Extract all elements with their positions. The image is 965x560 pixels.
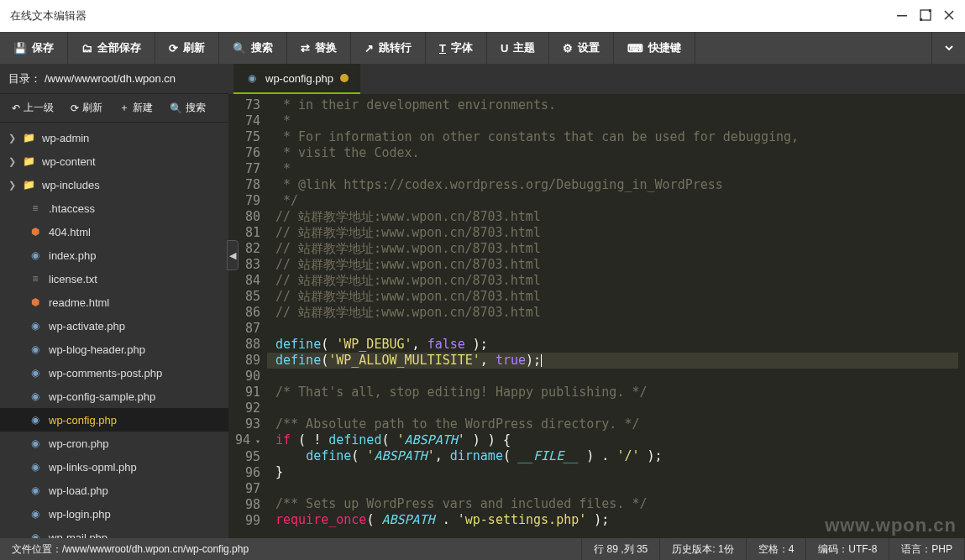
- file-item-wp-links-opml-php[interactable]: ◉wp-links-opml.php: [0, 455, 228, 479]
- goto-icon: ↗: [364, 42, 374, 55]
- chevron-right-icon: ❯: [8, 133, 15, 144]
- chevron-right-icon: ❯: [8, 180, 15, 191]
- search-icon: 🔍: [233, 42, 246, 55]
- file-item-readme-html[interactable]: ⬢readme.html: [0, 290, 228, 314]
- svg-rect-0: [897, 15, 907, 17]
- file-item--htaccess[interactable]: ≡.htaccess: [0, 196, 228, 220]
- refresh-icon: ⟳: [169, 42, 178, 55]
- tree-item-label: wp-links-opml.php: [49, 461, 137, 474]
- status-filepath: 文件位置： /www/wwwroot/dh.wpon.cn/wp-config.…: [0, 538, 582, 560]
- maximize-icon[interactable]: [920, 9, 931, 24]
- tab-filename: wp-config.php: [265, 72, 333, 85]
- keyboard-icon: ⌨: [627, 42, 643, 55]
- replace-button[interactable]: ⇄替换: [287, 32, 351, 64]
- tree-item-label: license.txt: [49, 273, 97, 285]
- status-bar: 文件位置： /www/wwwroot/dh.wpon.cn/wp-config.…: [0, 538, 965, 560]
- folder-item-wp-admin[interactable]: ❯📁wp-admin: [0, 126, 228, 149]
- file-item-wp-load-php[interactable]: ◉wp-load.php: [0, 479, 228, 502]
- minimize-icon[interactable]: [896, 9, 908, 24]
- new-button[interactable]: ＋新建: [111, 101, 161, 115]
- search-icon: 🔍: [170, 102, 182, 114]
- settings-button[interactable]: ⚙设置: [549, 32, 614, 64]
- file-item-wp-mail-php[interactable]: ◉wp-mail.php: [0, 526, 228, 538]
- file-item-license-txt[interactable]: ≡license.txt: [0, 267, 228, 290]
- sidebar-toolbar: ↶上一级 ⟳刷新 ＋新建 🔍搜索: [0, 94, 228, 123]
- refresh-icon: ⟳: [71, 102, 79, 114]
- file-item-wp-login-php[interactable]: ◉wp-login.php: [0, 502, 228, 526]
- tree-item-label: .htaccess: [49, 202, 95, 215]
- php-icon: ◉: [29, 319, 42, 332]
- up-button[interactable]: ↶上一级: [3, 101, 62, 115]
- tree-item-label: wp-activate.php: [49, 320, 125, 332]
- html-icon: ⬢: [29, 296, 42, 309]
- save-button[interactable]: 💾保存: [0, 32, 68, 64]
- editor: ◉ wp-config.php 737475767778798081828384…: [228, 64, 965, 538]
- shortcuts-button[interactable]: ⌨快捷键: [614, 32, 695, 64]
- folder-icon: 📁: [22, 154, 35, 168]
- toolbar: 💾保存 🗂全部保存 ⟳刷新 🔍搜索 ⇄替换 ↗跳转行 T字体 U主题 ⚙设置 ⌨…: [0, 32, 965, 64]
- tree-item-label: wp-admin: [42, 132, 89, 144]
- php-icon: ◉: [245, 71, 259, 85]
- file-item-wp-blog-header-php[interactable]: ◉wp-blog-header.php: [0, 338, 228, 361]
- gear-icon: ⚙: [563, 42, 573, 55]
- status-indent[interactable]: 空格： 4: [747, 538, 807, 560]
- goto-button[interactable]: ↗跳转行: [351, 32, 426, 64]
- php-icon: ◉: [29, 437, 42, 450]
- code-area[interactable]: 7374757677787980818283848586878889909192…: [228, 94, 965, 538]
- tree-item-label: wp-config.php: [49, 414, 117, 427]
- txt-icon: ≡: [29, 201, 42, 215]
- folder-item-wp-content[interactable]: ❯📁wp-content: [0, 149, 228, 173]
- tree-item-label: wp-blog-header.php: [49, 343, 145, 356]
- tab-bar: ◉ wp-config.php: [228, 64, 965, 94]
- side-search-button[interactable]: 🔍搜索: [161, 101, 214, 115]
- line-gutter: 7374757677787980818283848586878889909192…: [228, 94, 267, 538]
- theme-icon: U: [501, 42, 508, 55]
- close-icon[interactable]: [943, 9, 955, 24]
- file-tree: ❯📁wp-admin❯📁wp-content❯📁wp-includes≡.hta…: [0, 123, 228, 538]
- code-content[interactable]: * in their development environments. * *…: [267, 94, 965, 538]
- path-bar: 目录： /www/wwwroot/dh.wpon.cn: [0, 64, 228, 94]
- file-item-wp-config-php[interactable]: ◉wp-config.php: [0, 408, 228, 432]
- theme-button[interactable]: U主题: [487, 32, 549, 64]
- tree-item-label: wp-includes: [42, 179, 100, 191]
- php-icon: ◉: [29, 390, 42, 403]
- search-button[interactable]: 🔍搜索: [219, 32, 287, 64]
- save-all-icon: 🗂: [81, 42, 92, 55]
- tree-item-label: wp-config-sample.php: [49, 390, 155, 403]
- path-value[interactable]: /www/wwwroot/dh.wpon.cn: [45, 72, 176, 85]
- php-icon: ◉: [29, 413, 42, 427]
- collapse-handle[interactable]: ◀: [227, 240, 239, 270]
- window-title: 在线文本编辑器: [10, 8, 87, 24]
- tree-item-label: index.php: [49, 249, 96, 262]
- tree-item-label: readme.html: [49, 296, 109, 309]
- php-icon: ◉: [29, 343, 42, 356]
- file-item-wp-config-sample-php[interactable]: ◉wp-config-sample.php: [0, 385, 228, 408]
- refresh-button[interactable]: ⟳刷新: [155, 32, 219, 64]
- toolbar-dropdown[interactable]: [931, 32, 965, 64]
- status-encoding[interactable]: 编码： UTF-8: [806, 538, 889, 560]
- file-item-index-php[interactable]: ◉index.php: [0, 243, 228, 267]
- tab-wp-config[interactable]: ◉ wp-config.php: [233, 64, 360, 94]
- php-icon: ◉: [29, 460, 42, 474]
- folder-item-wp-includes[interactable]: ❯📁wp-includes: [0, 173, 228, 196]
- chevron-right-icon: ❯: [8, 156, 15, 167]
- php-icon: ◉: [29, 366, 42, 379]
- up-icon: ↶: [12, 102, 20, 114]
- status-history[interactable]: 历史版本: 1份: [660, 538, 746, 560]
- tree-item-label: 404.html: [49, 226, 91, 238]
- save-all-button[interactable]: 🗂全部保存: [68, 32, 155, 64]
- folder-icon: 📁: [22, 131, 35, 144]
- status-language[interactable]: 语言： PHP: [889, 538, 965, 560]
- font-button[interactable]: T字体: [426, 32, 487, 64]
- file-item-wp-activate-php[interactable]: ◉wp-activate.php: [0, 314, 228, 338]
- tree-item-label: wp-cron.php: [49, 437, 109, 450]
- file-item-wp-comments-post-php[interactable]: ◉wp-comments-post.php: [0, 361, 228, 385]
- file-item-wp-cron-php[interactable]: ◉wp-cron.php: [0, 432, 228, 455]
- php-icon: ◉: [29, 249, 42, 262]
- tree-item-label: wp-mail.php: [49, 531, 108, 539]
- file-item-404-html[interactable]: ⬢404.html: [0, 220, 228, 243]
- txt-icon: ≡: [29, 272, 42, 285]
- side-refresh-button[interactable]: ⟳刷新: [62, 101, 111, 115]
- php-icon: ◉: [29, 507, 42, 521]
- status-cursor[interactable]: 行 89 ,列 35: [582, 538, 660, 560]
